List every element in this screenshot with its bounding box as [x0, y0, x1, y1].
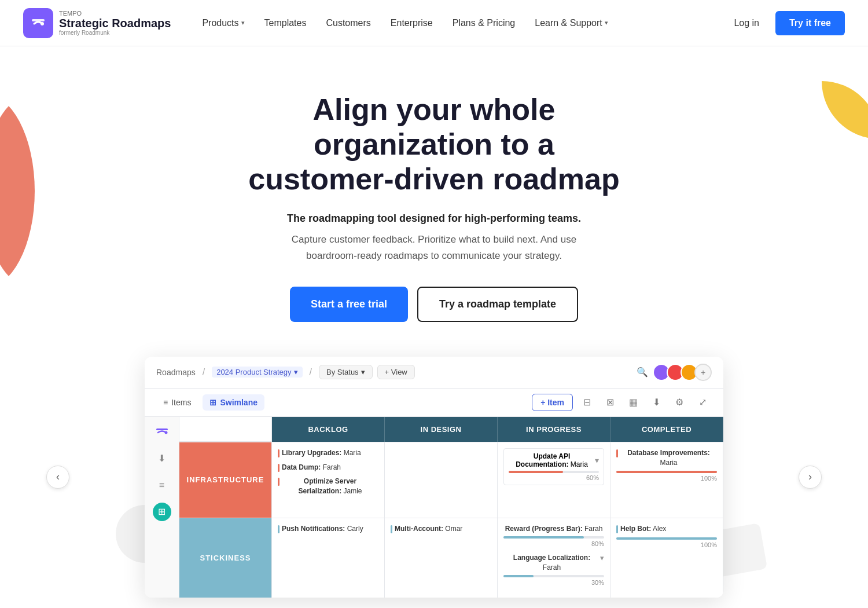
row-stickiness: STICKINESS Push Notifications: Carly	[179, 518, 723, 598]
try-template-button[interactable]: Try a roadmap template	[417, 287, 578, 322]
nav-right: Log in Try it free	[727, 11, 845, 35]
col-header-completed: COMPLETED	[610, 417, 723, 442]
row-infrastructure: INFRASTRUCTURE Library Upgrades: Maria	[179, 442, 723, 518]
decor-left	[0, 93, 87, 290]
item-dot	[616, 525, 618, 533]
hero-section: Align your whole organization to a custo…	[0, 46, 868, 608]
list-item: Library Upgrades: Maria	[278, 448, 378, 458]
expand-icon[interactable]: ⤢	[693, 393, 712, 412]
carousel-right-arrow[interactable]: ›	[799, 466, 822, 489]
products-chevron-icon: ▾	[241, 19, 245, 27]
swim-label-infrastructure: INFRASTRUCTURE	[179, 442, 272, 518]
item-dot	[278, 478, 279, 486]
view-by-status[interactable]: By Status ▾	[319, 365, 373, 379]
swim-label-stickiness: STICKINESS	[179, 518, 272, 598]
logo-icon	[23, 8, 53, 38]
cell-infra-progress: Update API Documentation: Maria ▾ 60%	[498, 442, 610, 518]
nav-products[interactable]: Products ▾	[194, 13, 252, 33]
swimlane-view: ⬇ ≡ ⊞ BACKLOG IN DESIGN IN PROGRESS COMP…	[145, 417, 723, 598]
group-icon[interactable]: ⊠	[601, 393, 619, 412]
list-item: Database Improvements: Maria 100%	[616, 448, 717, 484]
item-dot	[278, 449, 279, 457]
nav-enterprise[interactable]: Enterprise	[382, 13, 441, 33]
tab-items[interactable]: ≡ Items	[156, 394, 198, 411]
logo-sub: formerly Roadmunk	[59, 30, 171, 36]
breadcrumb-chevron-icon: ▾	[294, 368, 298, 376]
roadmap-preview: ‹ › Roadmaps / 2024 Product Strategy ▾ /…	[23, 357, 845, 598]
sidebar-nav: ⬇ ≡ ⊞	[145, 417, 179, 598]
item-dot	[278, 464, 279, 472]
cell-stick-completed: Help Bot: Alex 100%	[610, 518, 723, 598]
list-item: Optimize Server Serialization: Jamie	[278, 477, 378, 496]
cell-infra-backlog: Library Upgrades: Maria Data Dump: Farah	[272, 442, 385, 518]
cell-infra-design	[385, 442, 498, 518]
search-icon[interactable]: 🔍	[637, 367, 648, 378]
carousel-left-arrow[interactable]: ‹	[46, 466, 69, 489]
hero-buttons: Start a free trial Try a roadmap templat…	[23, 287, 845, 322]
cell-infra-completed: Database Improvements: Maria 100%	[610, 442, 723, 518]
list-item: Data Dump: Farah	[278, 463, 378, 473]
list-item: Push Notifications: Carly	[278, 524, 378, 534]
roadmap-app: Roadmaps / 2024 Product Strategy ▾ / By …	[145, 357, 723, 598]
cell-stick-progress: Reward (Progress Bar): Farah 80% Languag…	[498, 518, 610, 598]
navigation: TEMPO Strategic Roadmaps formerly Roadmu…	[0, 0, 868, 46]
sidebar-list-icon[interactable]: ≡	[153, 476, 171, 495]
list-item: Reward (Progress Bar): Farah 80%	[503, 524, 604, 548]
logo-name: Strategic Roadmaps	[59, 17, 171, 30]
sidebar-download-icon[interactable]: ⬇	[153, 449, 171, 468]
svg-rect-0	[32, 19, 45, 21]
login-link[interactable]: Log in	[727, 13, 766, 33]
svg-point-3	[164, 431, 167, 434]
nav-links: Products ▾ Templates Customers Enterpris…	[194, 13, 727, 33]
grid-icon: ⊞	[209, 398, 216, 407]
tab-swimlane[interactable]: ⊞ Swimlane	[203, 394, 264, 411]
item-dot	[391, 525, 392, 533]
column-headers: BACKLOG IN DESIGN IN PROGRESS COMPLETED	[179, 417, 723, 442]
nav-templates[interactable]: Templates	[256, 13, 315, 33]
col-header-design: IN DESIGN	[385, 417, 498, 442]
sidebar-grid-icon[interactable]: ⊞	[153, 503, 171, 521]
item-dot	[616, 449, 618, 457]
list-icon: ≡	[163, 398, 168, 407]
breadcrumb-current[interactable]: 2024 Product Strategy ▾	[212, 367, 302, 378]
cell-stick-backlog: Push Notifications: Carly	[272, 518, 385, 598]
columns-icon[interactable]: ▦	[624, 393, 642, 412]
filter-icon[interactable]: ⊟	[578, 393, 596, 412]
hero-sub-bold: The roadmapping tool designed for high-p…	[23, 213, 845, 225]
app-topbar: Roadmaps / 2024 Product Strategy ▾ / By …	[145, 357, 723, 389]
list-item: Language Localization: Farah ▾ 30%	[503, 553, 604, 587]
item-dot	[278, 525, 279, 533]
add-view-button[interactable]: + View	[377, 365, 415, 379]
settings-icon[interactable]: ⚙	[670, 393, 689, 412]
decor-right	[764, 81, 868, 197]
logo[interactable]: TEMPO Strategic Roadmaps formerly Roadmu…	[23, 8, 171, 38]
hero-sub-text: Capture customer feedback. Prioritize wh…	[272, 232, 596, 263]
list-item: Help Bot: Alex 100%	[616, 524, 717, 550]
add-item-button[interactable]: + Item	[532, 394, 573, 411]
view-chevron-icon: ▾	[361, 368, 365, 376]
swimlane-content: BACKLOG IN DESIGN IN PROGRESS COMPLETED …	[179, 417, 723, 598]
breadcrumb-root: Roadmaps	[156, 368, 196, 377]
try-free-button[interactable]: Try it free	[775, 11, 845, 35]
hero-headline: Align your whole organization to a custo…	[231, 93, 637, 196]
list-item: Update API Documentation: Maria ▾ 60%	[503, 448, 604, 485]
card-menu-icon[interactable]: ▾	[595, 456, 599, 465]
export-icon[interactable]: ⬇	[647, 393, 665, 412]
cell-stick-design: Multi-Account: Omar	[385, 518, 498, 598]
item-dropdown-icon[interactable]: ▾	[600, 553, 604, 563]
svg-point-1	[41, 22, 44, 25]
learn-chevron-icon: ▾	[605, 19, 608, 27]
svg-rect-2	[156, 428, 168, 430]
col-header-backlog: BACKLOG	[272, 417, 385, 442]
col-header-progress: IN PROGRESS	[498, 417, 610, 442]
avatar-group: +	[653, 364, 712, 381]
nav-learn-support[interactable]: Learn & Support ▾	[527, 13, 616, 33]
start-trial-button[interactable]: Start a free trial	[290, 287, 408, 322]
app-toolbar: ≡ Items ⊞ Swimlane + Item ⊟ ⊠ ▦ ⬇ ⚙ ⤢	[145, 389, 723, 417]
col-header-empty	[179, 417, 272, 442]
nav-pricing[interactable]: Plans & Pricing	[444, 13, 524, 33]
nav-customers[interactable]: Customers	[318, 13, 378, 33]
add-avatar-button[interactable]: +	[694, 364, 712, 381]
logo-tempo: TEMPO	[59, 10, 171, 17]
sidebar-logo-icon[interactable]	[153, 423, 171, 441]
